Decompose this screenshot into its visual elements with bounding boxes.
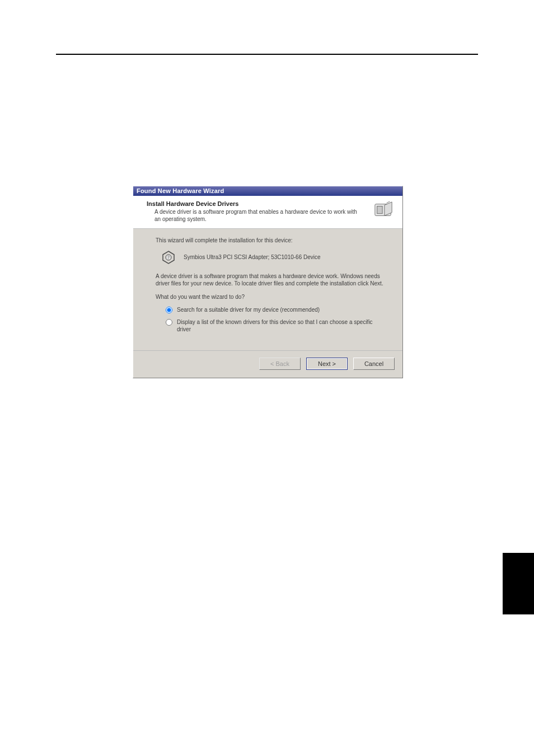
radio-search-suitable-driver[interactable]: Search for a suitable driver for my devi… [166, 306, 383, 314]
back-button: < Back [259, 358, 301, 370]
dialog-button-row: < Back Next > Cancel [133, 350, 402, 378]
dialog-title-text: Found New Hardware Wizard [137, 187, 224, 194]
radio-display-label: Display a list of the known drivers for … [177, 318, 378, 334]
dialog-header-subtitle: A device driver is a software program th… [154, 209, 362, 223]
page-side-tab [503, 553, 534, 614]
cancel-button[interactable]: Cancel [353, 358, 395, 370]
dialog-titlebar: Found New Hardware Wizard [133, 186, 402, 196]
radio-search-input[interactable] [166, 307, 172, 313]
driver-explain-text: A device driver is a software program th… [156, 273, 383, 288]
radio-display-input[interactable] [166, 319, 172, 326]
device-name-text: Symbios Ultra3 PCI SCSI Adapter; 53C1010… [184, 253, 321, 261]
wizard-prompt-text: What do you want the wizard to do? [156, 293, 383, 301]
dialog-body: This wizard will complete the installati… [133, 229, 402, 350]
hardware-install-icon [373, 200, 394, 220]
next-button[interactable]: Next > [306, 358, 348, 370]
completes-text: This wizard will complete the installati… [156, 237, 383, 245]
svg-rect-1 [377, 206, 382, 213]
dialog-header-title: Install Hardware Device Drivers [147, 200, 369, 207]
radio-display-driver-list[interactable]: Display a list of the known drivers for … [166, 318, 383, 334]
radio-search-label: Search for a suitable driver for my devi… [177, 306, 320, 314]
header-rule [56, 54, 478, 55]
unknown-device-icon: ? [161, 250, 176, 265]
svg-text:?: ? [167, 255, 170, 260]
found-new-hardware-wizard-dialog: Found New Hardware Wizard Install Hardwa… [133, 186, 403, 378]
device-row: ? Symbios Ultra3 PCI SCSI Adapter; 53C10… [161, 250, 383, 265]
dialog-header-text: Install Hardware Device Drivers A device… [147, 200, 369, 223]
dialog-header: Install Hardware Device Drivers A device… [133, 196, 402, 229]
wizard-radio-group: Search for a suitable driver for my devi… [166, 306, 383, 334]
